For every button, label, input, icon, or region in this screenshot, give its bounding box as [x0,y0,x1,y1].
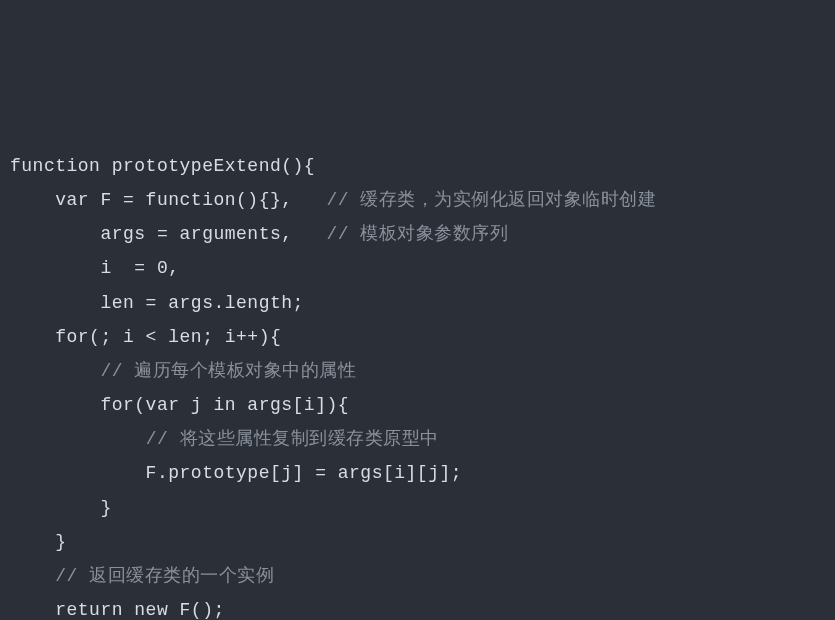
code-comment: // 遍历每个模板对象中的属性 [100,361,356,381]
code-text: F.prototype[j] = args[i][j]; [10,463,462,483]
code-line: var F = function(){}, // 缓存类，为实例化返回对象临时创… [10,183,825,217]
code-comment: // 返回缓存类的一个实例 [55,566,274,586]
code-text: i = 0, [10,258,180,278]
code-line: // 返回缓存类的一个实例 [10,559,825,593]
code-text: for(; i < len; i++){ [10,327,281,347]
code-line: for(; i < len; i++){ [10,320,825,354]
code-text: function prototypeExtend(){ [10,156,315,176]
code-line: function prototypeExtend(){ [10,149,825,183]
code-text: return new F(); [10,600,225,620]
code-text [10,566,55,586]
code-text: } [10,498,112,518]
code-text [10,361,100,381]
code-comment: // 模板对象参数序列 [293,224,509,244]
code-line: i = 0, [10,251,825,285]
code-line: F.prototype[j] = args[i][j]; [10,456,825,490]
code-comment: // 缓存类，为实例化返回对象临时创建 [293,190,657,210]
code-text: args = arguments, [10,224,293,244]
code-line: len = args.length; [10,286,825,320]
code-line: } [10,525,825,559]
code-text: for(var j in args[i]){ [10,395,349,415]
code-text: } [10,532,67,552]
code-line: } [10,491,825,525]
code-text: var F = function(){}, [10,190,293,210]
code-comment: // 将这些属性复制到缓存类原型中 [146,429,439,449]
code-line: args = arguments, // 模板对象参数序列 [10,217,825,251]
code-line: for(var j in args[i]){ [10,388,825,422]
code-text [10,429,146,449]
code-line: // 将这些属性复制到缓存类原型中 [10,422,825,456]
code-text: len = args.length; [10,293,304,313]
code-line: return new F(); [10,593,825,620]
code-line: // 遍历每个模板对象中的属性 [10,354,825,388]
code-block: function prototypeExtend(){ var F = func… [10,149,825,620]
